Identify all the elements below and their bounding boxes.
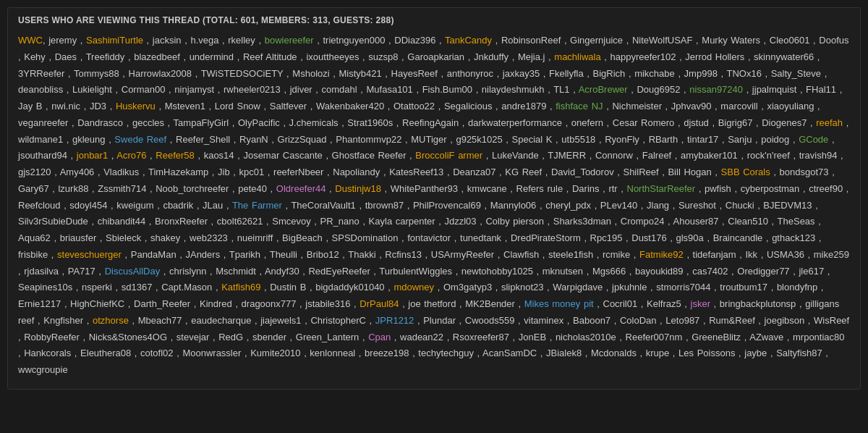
user-northstarreefer[interactable]: NorthStarReefer <box>627 183 696 194</box>
user-reefer58[interactable]: Reefer58 <box>156 150 194 161</box>
user-katfish69[interactable]: Katfish69 <box>221 282 260 293</box>
user-discussallday[interactable]: DiscusAllDay <box>105 266 161 277</box>
user-machliwala[interactable]: machliwala <box>554 51 600 62</box>
users-list: WWC, jeremy , SashimiTurtle , jacksin , … <box>18 33 850 379</box>
panel-header: USERS WHO ARE VIEWING THIS THREAD (TOTAL… <box>18 15 850 25</box>
users-panel: USERS WHO ARE VIEWING THIS THREAD (TOTAL… <box>7 7 861 390</box>
user-jonbar1[interactable]: jonbar1 <box>77 150 108 161</box>
user-otzhorse[interactable]: otzhorse <box>93 315 129 326</box>
user-the-farmer[interactable]: The Farmer <box>232 200 282 211</box>
user-huskervu[interactable]: Huskervu <box>116 101 156 112</box>
user-sashimimturtle[interactable]: SashimiTurtle <box>86 35 143 46</box>
user-mdowney[interactable]: mdowney <box>393 282 434 293</box>
user-oldreefer44[interactable]: Oldreefer44 <box>276 183 326 194</box>
user-wwc[interactable]: WWC <box>18 35 43 46</box>
user-nissan97240[interactable]: nissan97240 <box>689 84 743 95</box>
user-fatmike92[interactable]: Fatmike92 <box>639 249 684 260</box>
user-steveschuerger[interactable]: steveschuerger <box>57 249 122 260</box>
user-reefah[interactable]: reefah <box>816 117 843 128</box>
user-acrobrewer[interactable]: AcroBrewer <box>579 84 628 95</box>
user-drpaul84[interactable]: DrPaul84 <box>359 298 399 309</box>
user-tankcandy[interactable]: TankCandy <box>445 35 492 46</box>
user-dustinjw18[interactable]: Dustinjw18 <box>335 183 381 194</box>
user-jsker[interactable]: jsker <box>691 298 710 309</box>
user-swede-reef[interactable]: Swede Reef <box>114 134 166 145</box>
user-sbb-corals[interactable]: SBB Corals <box>721 167 770 177</box>
user-acro76[interactable]: Acro76 <box>116 150 146 161</box>
user-broccolifarmer[interactable]: BroccoliF armer <box>415 150 482 161</box>
user-gcode[interactable]: GCode <box>799 134 828 145</box>
user-mikes-money-pit[interactable]: Mikes money pit <box>524 298 594 309</box>
user-jpr1212[interactable]: JPR1212 <box>375 315 414 326</box>
user-bowiereefer[interactable]: bowiereefer <box>265 35 314 46</box>
user-fishface-nj[interactable]: fishface NJ <box>556 101 603 112</box>
user-cpan[interactable]: Cpan <box>368 332 391 342</box>
